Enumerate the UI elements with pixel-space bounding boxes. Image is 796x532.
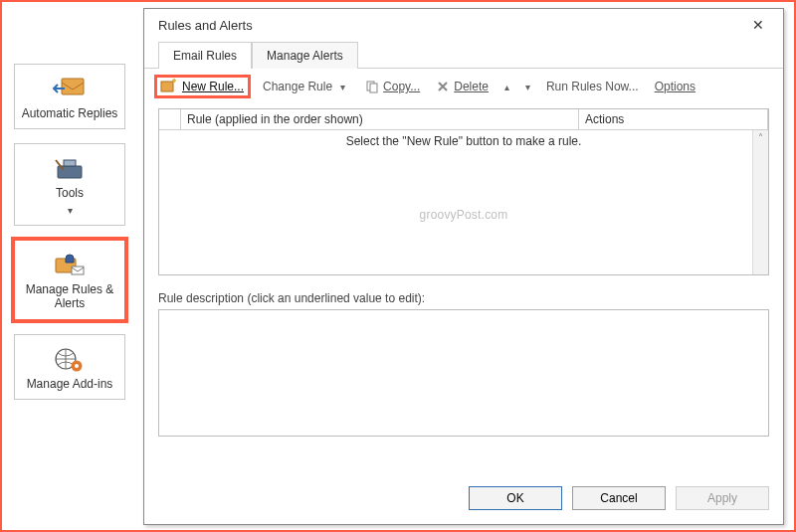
addins-icon xyxy=(52,345,88,373)
options-label: Options xyxy=(655,80,696,93)
copy-button[interactable]: Copy... xyxy=(361,78,424,95)
change-rule-button[interactable]: Change Rule ▾ xyxy=(259,78,353,95)
cancel-button[interactable]: Cancel xyxy=(572,486,666,510)
dialog-button-row: OK Cancel Apply xyxy=(144,476,783,524)
new-rule-icon xyxy=(160,79,178,94)
reply-icon xyxy=(52,75,88,102)
scroll-up-caret-icon: ˄ xyxy=(758,130,763,143)
delete-icon xyxy=(436,80,450,93)
automatic-replies-button[interactable]: Automatic Replies xyxy=(14,64,125,129)
svg-rect-2 xyxy=(64,160,76,166)
close-icon: ✕ xyxy=(752,17,764,33)
dropdown-caret-icon: ▾ xyxy=(68,205,73,217)
column-rule-label: Rule (applied in the order shown) xyxy=(187,112,363,126)
run-rules-now-label: Run Rules Now... xyxy=(546,80,639,93)
column-actions-label: Actions xyxy=(585,112,624,126)
backstage-sidebar: Automatic Replies Tools ▾ xyxy=(14,64,125,400)
manage-rules-alerts-label: Manage Rules & Alerts xyxy=(19,282,120,311)
rules-alerts-dialog: Rules and Alerts ✕ Email Rules Manage Al… xyxy=(143,8,784,525)
rules-list-header: Rule (applied in the order shown) Action… xyxy=(159,109,768,130)
dialog-title: Rules and Alerts xyxy=(158,18,743,33)
svg-rect-0 xyxy=(62,79,84,94)
vertical-scrollbar[interactable]: ˄ xyxy=(752,130,768,274)
manage-rules-alerts-button[interactable]: Manage Rules & Alerts xyxy=(14,240,125,320)
delete-button[interactable]: Delete xyxy=(432,78,493,95)
dropdown-caret-icon: ▾ xyxy=(336,82,349,92)
move-down-button[interactable]: ▾ xyxy=(521,82,534,92)
tab-label: Manage Alerts xyxy=(267,49,343,63)
tab-email-rules[interactable]: Email Rules xyxy=(158,42,252,69)
ok-button[interactable]: OK xyxy=(469,486,562,510)
rules-alerts-icon xyxy=(52,251,88,278)
copy-label: Copy... xyxy=(383,80,420,93)
dialog-titlebar: Rules and Alerts ✕ xyxy=(144,9,783,41)
manage-addins-label: Manage Add-ins xyxy=(27,377,113,391)
rules-toolbar: New Rule... Change Rule ▾ Copy... xyxy=(144,69,783,104)
copy-icon xyxy=(365,80,379,93)
rule-description-box[interactable] xyxy=(158,309,769,437)
rules-list: Rule (applied in the order shown) Action… xyxy=(158,108,769,275)
change-rule-label: Change Rule xyxy=(263,80,332,93)
empty-rules-hint: Select the "New Rule" button to make a r… xyxy=(159,134,768,148)
svg-rect-4 xyxy=(72,266,84,274)
delete-label: Delete xyxy=(454,80,489,93)
svg-rect-10 xyxy=(370,84,377,92)
move-up-button[interactable]: ▴ xyxy=(500,82,513,92)
column-checkbox[interactable] xyxy=(159,109,181,129)
manage-addins-button[interactable]: Manage Add-ins xyxy=(14,334,125,400)
watermark-text: groovyPost.com xyxy=(159,208,768,222)
tools-label: Tools xyxy=(56,186,84,200)
tools-button[interactable]: Tools ▾ xyxy=(14,143,125,225)
toolbox-icon xyxy=(52,154,88,182)
apply-button: Apply xyxy=(676,486,769,510)
tab-manage-alerts[interactable]: Manage Alerts xyxy=(252,42,358,69)
rule-description-label: Rule description (click an underlined va… xyxy=(158,291,769,305)
svg-point-7 xyxy=(75,364,79,368)
run-rules-now-button[interactable]: Run Rules Now... xyxy=(542,78,643,95)
column-actions[interactable]: Actions xyxy=(579,109,768,129)
column-rule[interactable]: Rule (applied in the order shown) xyxy=(181,109,579,129)
tab-label: Email Rules xyxy=(173,49,237,63)
dialog-tabs: Email Rules Manage Alerts xyxy=(144,41,783,69)
automatic-replies-label: Automatic Replies xyxy=(22,106,118,120)
close-button[interactable]: ✕ xyxy=(743,13,773,37)
svg-rect-8 xyxy=(161,82,173,91)
rules-list-body: Select the "New Rule" button to make a r… xyxy=(159,130,768,274)
new-rule-label: New Rule... xyxy=(182,80,244,93)
new-rule-button[interactable]: New Rule... xyxy=(154,75,251,98)
options-button[interactable]: Options xyxy=(651,78,699,95)
